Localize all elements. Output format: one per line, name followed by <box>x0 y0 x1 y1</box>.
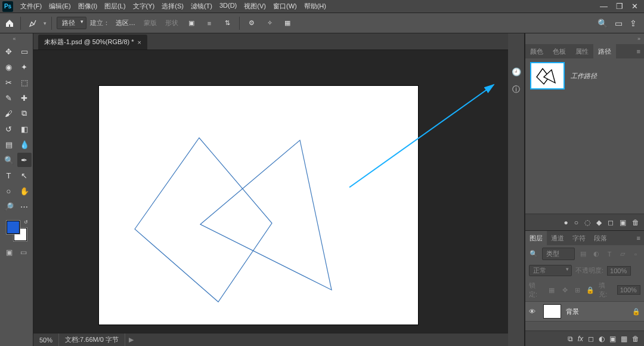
blur-tool[interactable]: 💧 <box>17 137 32 152</box>
lock-pixels-icon[interactable]: ▦ <box>547 285 557 295</box>
pen-tool[interactable]: ✒ <box>17 153 32 167</box>
minimize-button[interactable]: — <box>600 2 608 11</box>
layers-menu-icon[interactable]: ≡ <box>633 234 644 242</box>
shape-tool[interactable]: ○ <box>2 184 16 198</box>
home-button[interactable] <box>4 17 16 29</box>
panel-menu-icon[interactable]: ≡ <box>633 48 644 55</box>
filter-type-icon[interactable]: T <box>605 249 614 259</box>
quick-mask-icon[interactable]: ▣ <box>4 247 16 258</box>
tab-channels[interactable]: 通道 <box>547 231 568 245</box>
tool-mode-select[interactable]: 路径 <box>57 17 86 29</box>
gradient-tool[interactable]: ▤ <box>2 137 16 152</box>
doc-info[interactable]: 文档:7.66M/0 字节 <box>59 333 125 346</box>
add-mask-icon[interactable]: ◻ <box>608 218 614 227</box>
menu-help[interactable]: 帮助(H) <box>301 2 330 11</box>
zoom-level[interactable]: 50% <box>33 333 59 346</box>
layer-thumbnail[interactable] <box>543 304 561 319</box>
selection-to-path-icon[interactable]: ◆ <box>596 218 602 227</box>
collapse-panels-icon[interactable]: » <box>525 33 644 44</box>
lasso-tool[interactable]: ◉ <box>2 60 16 74</box>
move-tool[interactable]: ✥ <box>2 44 16 58</box>
new-path-icon[interactable]: ▣ <box>620 218 626 227</box>
opacity-field[interactable]: 100% <box>607 266 631 276</box>
rubber-band-icon[interactable]: ✧ <box>262 16 277 30</box>
menu-image[interactable]: 图像(I) <box>75 2 101 11</box>
menu-select[interactable]: 选择(S) <box>158 2 187 11</box>
tab-properties[interactable]: 属性 <box>571 44 593 58</box>
adjustment-layer-icon[interactable]: ◐ <box>599 335 605 343</box>
status-menu-icon[interactable]: ▶ <box>125 336 137 344</box>
canvas-viewport[interactable] <box>33 50 508 333</box>
menu-filter[interactable]: 滤镜(T) <box>187 2 216 11</box>
quick-select-tool[interactable]: ✦ <box>17 60 32 74</box>
layer-mask-icon[interactable]: ◻ <box>588 335 594 343</box>
tab-character[interactable]: 字符 <box>568 231 590 245</box>
group-icon[interactable]: ▣ <box>609 335 616 343</box>
lock-artboard-icon[interactable]: ⊞ <box>573 285 583 295</box>
brush-tool[interactable]: 🖌 <box>2 106 16 121</box>
layer-item-background[interactable]: 👁 背景 🔒 <box>525 301 644 322</box>
lock-position-icon[interactable]: ✥ <box>560 285 569 295</box>
color-swatches[interactable]: ↺ <box>5 220 28 242</box>
stroke-path-icon[interactable]: ○ <box>574 218 578 227</box>
make-mask-button[interactable]: 蒙版 <box>141 17 159 29</box>
path-item-work-path[interactable]: 工作路径 <box>525 58 644 93</box>
link-layers-icon[interactable]: ⧉ <box>568 335 573 343</box>
screen-mode-icon[interactable]: ▭ <box>615 18 623 28</box>
dropdown-caret-icon[interactable]: ▾ <box>44 20 47 26</box>
stamp-tool[interactable]: ⧉ <box>17 106 32 121</box>
healing-tool[interactable]: ✚ <box>17 91 32 105</box>
tab-paths[interactable]: 路径 <box>593 44 616 58</box>
visibility-toggle-icon[interactable]: 👁 <box>529 308 538 315</box>
menu-edit[interactable]: 编辑(E) <box>45 2 75 11</box>
make-shape-button[interactable]: 形状 <box>163 17 181 29</box>
path-select-tool[interactable]: ↖ <box>17 168 32 183</box>
filter-pixel-icon[interactable]: ▤ <box>578 249 588 259</box>
fill-path-icon[interactable]: ● <box>564 218 568 227</box>
layer-filter-select[interactable]: 类型 <box>542 248 575 260</box>
edit-toolbar[interactable]: ⋯ <box>17 199 32 214</box>
collapse-tools-icon[interactable]: « <box>13 36 20 43</box>
info-panel-icon[interactable]: ⓘ <box>510 84 522 95</box>
zoom-tool[interactable]: 🔎 <box>2 199 16 214</box>
blend-mode-select[interactable]: 正常 <box>529 265 572 276</box>
filter-shape-icon[interactable]: ▱ <box>618 249 627 259</box>
tab-paragraph[interactable]: 段落 <box>590 231 611 245</box>
path-thumbnail[interactable] <box>530 62 565 89</box>
align-edges-icon[interactable]: ▦ <box>280 16 295 30</box>
fill-field[interactable]: 100% <box>617 285 640 295</box>
foreground-color[interactable] <box>7 221 20 234</box>
close-tab-icon[interactable]: × <box>138 39 141 46</box>
history-panel-icon[interactable]: 🕘 <box>510 66 522 78</box>
history-brush-tool[interactable]: ↺ <box>2 122 16 136</box>
share-icon[interactable]: ⇪ <box>630 18 637 28</box>
delete-path-icon[interactable]: 🗑 <box>632 218 639 227</box>
tab-layers[interactable]: 图层 <box>525 231 547 245</box>
menu-file[interactable]: 文件(F) <box>17 2 45 11</box>
filter-smart-icon[interactable]: ▫ <box>631 249 640 259</box>
tab-color[interactable]: 颜色 <box>525 44 548 58</box>
restore-button[interactable]: ❐ <box>616 2 623 11</box>
search-icon[interactable]: 🔍 <box>597 18 608 28</box>
frame-tool[interactable]: ⬚ <box>17 75 32 89</box>
filter-search-icon[interactable]: 🔍 <box>529 249 538 259</box>
gear-icon[interactable]: ⚙ <box>244 16 259 30</box>
menu-layer[interactable]: 图层(L) <box>101 2 129 11</box>
type-tool[interactable]: T <box>2 168 16 183</box>
path-operations-icon[interactable]: ▣ <box>184 16 199 30</box>
close-button[interactable]: ✕ <box>631 2 638 11</box>
path-arrangement-icon[interactable]: ⇅ <box>220 16 234 30</box>
filter-adjust-icon[interactable]: ◐ <box>592 249 601 259</box>
eyedropper-tool[interactable]: ✎ <box>2 91 16 105</box>
menu-type[interactable]: 文字(Y) <box>129 2 159 11</box>
menu-window[interactable]: 窗口(W) <box>270 2 301 11</box>
document-tab[interactable]: 未标题-1.psd @ 50%(RGB/8) * × <box>38 35 147 50</box>
hand-tool[interactable]: ✋ <box>17 184 32 198</box>
delete-layer-icon[interactable]: 🗑 <box>632 335 639 343</box>
layer-fx-icon[interactable]: fx <box>578 335 583 343</box>
tab-swatches[interactable]: 色板 <box>548 44 571 58</box>
lock-all-icon[interactable]: 🔒 <box>586 285 595 295</box>
lock-icon[interactable]: 🔒 <box>632 308 640 316</box>
crop-tool[interactable]: ✂ <box>2 75 16 89</box>
menu-3d[interactable]: 3D(D) <box>216 2 240 11</box>
